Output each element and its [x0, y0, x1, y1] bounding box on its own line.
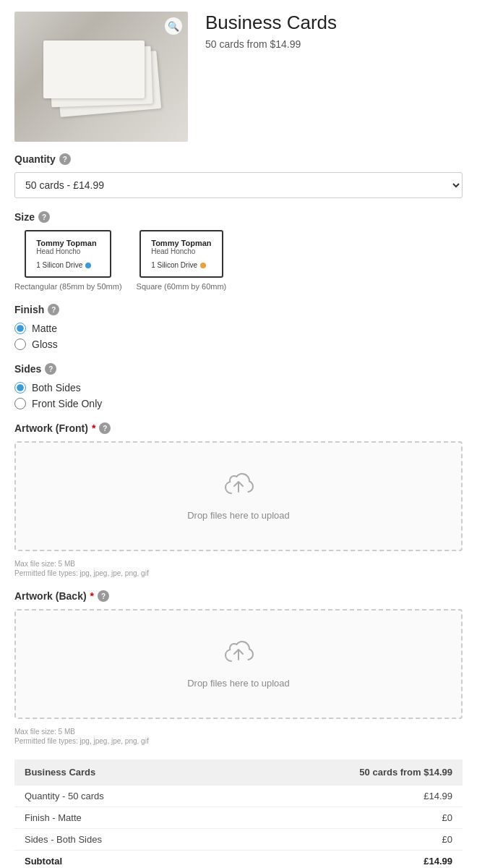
product-image-bg	[14, 12, 188, 142]
upload-front-icon	[221, 472, 256, 503]
cards-visual	[43, 41, 159, 113]
summary-row-finish: Finish - Matte £0	[14, 807, 463, 829]
artwork-back-max-size: Max file size: 5 MB	[14, 728, 463, 736]
summary-wrapper: Business Cards 50 cards from $14.99 Quan…	[0, 760, 477, 868]
size-options: Tommy Topman Head Honcho 1 Silicon Drive…	[14, 230, 463, 291]
artwork-back-upload-area[interactable]: Drop files here to upload	[14, 609, 463, 719]
zoom-icon[interactable]: 🔍	[165, 17, 182, 35]
artwork-front-permitted: Permitted file types: jpg, jpeg, jpe, pn…	[14, 569, 463, 577]
summary-sides-value: £0	[224, 829, 463, 851]
artwork-front-upload-area[interactable]: Drop files here to upload	[14, 441, 463, 551]
rect-card-title: Head Honcho	[36, 247, 100, 255]
artwork-front-section: Artwork (Front) * ? Drop files here to u…	[14, 422, 463, 577]
summary-quantity-value: £14.99	[224, 786, 463, 807]
sides-label: Sides ?	[14, 363, 463, 375]
artwork-back-upload-text: Drop files here to upload	[187, 678, 290, 689]
quantity-select[interactable]: 50 cards - £14.99 100 cards - £19.99 250…	[14, 172, 463, 198]
size-section: Size ? Tommy Topman Head Honcho 1 Silico…	[14, 211, 463, 291]
sq-card-detail: 1 Silicon Drive	[151, 261, 211, 269]
artwork-back-section: Artwork (Back) * ? Drop files here to up…	[14, 590, 463, 745]
top-section: 🔍 Business Cards 50 cards from $14.99	[0, 0, 477, 153]
page-wrapper: 🔍 Business Cards 50 cards from $14.99 Qu…	[0, 0, 477, 868]
product-image-container: 🔍	[14, 12, 188, 142]
sides-both-radio[interactable]	[14, 382, 26, 393]
finish-help-icon[interactable]: ?	[48, 304, 59, 315]
upload-back-icon	[221, 639, 256, 671]
artwork-front-help-icon[interactable]: ?	[99, 422, 111, 434]
summary-finish-label: Finish - Matte	[14, 807, 224, 829]
finish-matte-option[interactable]: Matte	[14, 323, 463, 334]
artwork-front-meta: Max file size: 5 MB Permitted file types…	[14, 558, 463, 577]
rectangular-card-preview: Tommy Topman Head Honcho 1 Silicon Drive	[25, 230, 111, 278]
quantity-help-icon[interactable]: ?	[59, 153, 71, 165]
artwork-front-upload-text: Drop files here to upload	[187, 510, 290, 521]
artwork-front-required: *	[92, 422, 95, 434]
summary-quantity-label: Quantity - 50 cards	[14, 786, 224, 807]
summary-table: Business Cards 50 cards from $14.99 Quan…	[14, 760, 463, 868]
summary-row-quantity: Quantity - 50 cards £14.99	[14, 786, 463, 807]
artwork-back-label: Artwork (Back) * ?	[14, 590, 463, 602]
sq-card-name: Tommy Topman	[151, 239, 211, 247]
rect-card-detail: 1 Silicon Drive	[36, 261, 100, 269]
finish-gloss-label: Gloss	[32, 339, 58, 350]
quantity-section: Quantity ? 50 cards - £14.99 100 cards -…	[14, 153, 463, 198]
summary-finish-value: £0	[224, 807, 463, 829]
summary-sides-label: Sides - Both Sides	[14, 829, 224, 851]
sq-dot	[200, 263, 206, 268]
sq-card-title: Head Honcho	[151, 247, 211, 255]
finish-section: Finish ? Matte Gloss	[14, 304, 463, 350]
finish-radio-group: Matte Gloss	[14, 323, 463, 350]
quantity-label: Quantity ?	[14, 153, 463, 165]
sides-both-label: Both Sides	[32, 382, 81, 393]
size-label: Size ?	[14, 211, 463, 223]
finish-gloss-option[interactable]: Gloss	[14, 339, 463, 350]
summary-header-left: Business Cards	[14, 760, 224, 786]
product-title: Business Cards	[205, 12, 463, 34]
artwork-back-meta: Max file size: 5 MB Permitted file types…	[14, 726, 463, 745]
artwork-back-required: *	[90, 590, 94, 602]
square-card-preview: Tommy Topman Head Honcho 1 Silicon Drive	[139, 230, 223, 278]
sides-help-icon[interactable]: ?	[45, 363, 56, 375]
summary-header-row: Business Cards 50 cards from $14.99	[14, 760, 463, 786]
finish-matte-radio[interactable]	[14, 323, 26, 334]
finish-gloss-radio[interactable]	[14, 339, 26, 350]
size-option-square[interactable]: Tommy Topman Head Honcho 1 Silicon Drive…	[137, 230, 227, 291]
rectangular-size-label: Rectangular (85mm by 50mm)	[14, 282, 122, 291]
summary-subtotal-row: Subtotal £14.99	[14, 851, 463, 869]
main-content: Quantity ? 50 cards - £14.99 100 cards -…	[0, 153, 477, 760]
summary-header-right: 50 cards from $14.99	[224, 760, 463, 786]
summary-subtotal-label: Subtotal	[14, 851, 224, 869]
artwork-back-permitted: Permitted file types: jpg, jpeg, jpe, pn…	[14, 737, 463, 745]
sides-radio-group: Both Sides Front Side Only	[14, 382, 463, 409]
sides-both-option[interactable]: Both Sides	[14, 382, 463, 393]
product-info: Business Cards 50 cards from $14.99	[205, 12, 463, 142]
finish-matte-label: Matte	[32, 323, 57, 334]
size-option-rectangular[interactable]: Tommy Topman Head Honcho 1 Silicon Drive…	[14, 230, 122, 291]
artwork-front-label: Artwork (Front) * ?	[14, 422, 463, 434]
sides-section: Sides ? Both Sides Front Side Only	[14, 363, 463, 409]
sides-front-label: Front Side Only	[32, 398, 102, 409]
summary-row-sides: Sides - Both Sides £0	[14, 829, 463, 851]
square-size-label: Square (60mm by 60mm)	[137, 282, 227, 291]
summary-subtotal-value: £14.99	[224, 851, 463, 869]
size-help-icon[interactable]: ?	[38, 211, 50, 223]
rect-card-name: Tommy Topman	[36, 239, 100, 247]
artwork-front-max-size: Max file size: 5 MB	[14, 560, 463, 568]
artwork-back-help-icon[interactable]: ?	[98, 590, 109, 602]
product-subtitle: 50 cards from $14.99	[205, 38, 463, 50]
sides-front-option[interactable]: Front Side Only	[14, 398, 463, 409]
card-stack-top	[43, 41, 145, 98]
sides-front-radio[interactable]	[14, 398, 26, 409]
finish-label: Finish ?	[14, 304, 463, 315]
rect-dot	[85, 263, 91, 268]
